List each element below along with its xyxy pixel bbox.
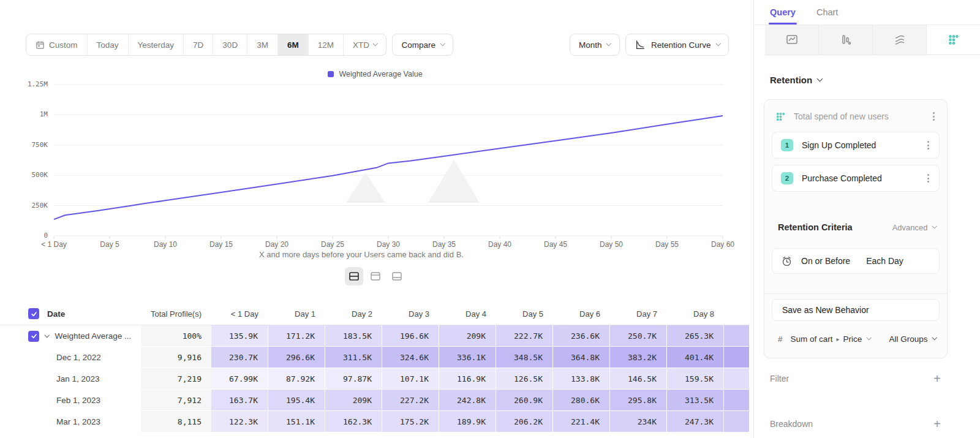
retention-value-cell: 163.7K	[211, 390, 268, 411]
chart-plot-area	[0, 65, 750, 249]
row-label-cell[interactable]: Dec 1, 2022	[0, 347, 141, 368]
x-axis-label: Day 25	[321, 240, 344, 249]
report-toolbar: CustomTodayYesterday7D30D3M6M12MXTD Comp…	[26, 34, 729, 56]
panel-tabs: Query Chart	[754, 0, 980, 25]
criteria-timing-row[interactable]: On or Before Each Day	[772, 248, 940, 274]
row-label-cell[interactable]: Feb 1, 2023	[0, 390, 141, 411]
x-axis-caption: X and more days before your Users came b…	[0, 250, 723, 259]
range-3m[interactable]: 3M	[247, 34, 278, 55]
column-header-overflow	[724, 303, 750, 325]
retention-value-cell: 162.3K	[325, 411, 382, 432]
step-number-badge: 2	[781, 172, 793, 184]
table-bottom-view-toggle[interactable]	[388, 267, 406, 285]
alarm-clock-icon	[781, 255, 793, 267]
behavior-step[interactable]: 2Purchase Completed	[772, 165, 940, 192]
add-filter-button[interactable]: +	[933, 372, 941, 385]
retention-value-cell: 206.2K	[496, 411, 553, 432]
insights-icon	[786, 34, 798, 46]
add-breakdown-button[interactable]: +	[933, 418, 941, 430]
retention-value-cell: 183.5K	[325, 325, 382, 347]
column-header: Day 8	[667, 303, 724, 325]
measure-property[interactable]: Price	[843, 334, 862, 344]
compare-label: Compare	[401, 40, 435, 50]
chart-type-value: Retention Curve	[651, 40, 711, 50]
chevron-down-icon	[932, 335, 937, 340]
retention-criteria-row: Retention Criteria Advanced	[778, 221, 936, 233]
chart-type-select[interactable]: Retention Curve	[625, 34, 729, 56]
row-checkbox[interactable]	[28, 331, 39, 342]
tab-flows[interactable]	[873, 25, 927, 55]
row-label-cell[interactable]: Weighted Average ...	[0, 325, 141, 347]
behavior-steps: 1Sign Up Completed2Purchase Completed	[764, 132, 947, 192]
column-header: Day 2	[325, 303, 382, 325]
query-builder-panel: Query Chart	[753, 0, 980, 438]
column-header: Day 7	[610, 303, 667, 325]
compare-button[interactable]: Compare	[392, 34, 453, 56]
x-axis-label: Day 60	[711, 240, 734, 249]
retention-curve-icon	[635, 39, 646, 50]
kebab-menu-icon[interactable]	[925, 138, 932, 152]
retention-value-cell: 242.8K	[439, 390, 496, 411]
chevron-down-icon	[606, 41, 611, 46]
range-yesterday[interactable]: Yesterday	[129, 34, 184, 55]
card-divider	[764, 293, 947, 294]
retention-value-cell: 227.2K	[382, 390, 439, 411]
table-row: Feb 1, 20237,912163.7K195.4K209K227.2K24…	[0, 390, 750, 411]
retention-value-cell: 296.6K	[268, 347, 325, 368]
range-30d[interactable]: 30D	[213, 34, 247, 55]
measure-event[interactable]: Sum of cart	[791, 334, 833, 344]
retention-value-cell: 87.92K	[268, 368, 325, 390]
tab-funnels[interactable]	[819, 25, 873, 55]
tab-chart[interactable]: Chart	[816, 0, 838, 25]
retention-value-cell: 313.5K	[667, 390, 724, 411]
tab-query[interactable]: Query	[770, 0, 796, 25]
range-12m[interactable]: 12M	[309, 34, 344, 55]
retention-value-cell: 336.1K	[439, 347, 496, 368]
total-profiles-cell: 7,219	[141, 368, 211, 390]
toolbar-spacer	[459, 34, 564, 56]
group-select[interactable]: All Groups	[889, 334, 936, 344]
table-top-view-toggle[interactable]	[366, 267, 385, 285]
table-header-row: DateTotal Profile(s)< 1 DayDay 1Day 2Day…	[0, 303, 750, 325]
tab-retention[interactable]	[927, 25, 980, 55]
retention-value-cell: 189.9K	[439, 411, 496, 432]
row-label-cell[interactable]: Jan 1, 2023	[0, 368, 141, 390]
retention-value-cell: 364.8K	[553, 347, 610, 368]
retention-curve-chart: Weighted Average Value 0250K500K750K1M1.…	[0, 65, 750, 262]
range-custom[interactable]: Custom	[26, 34, 88, 55]
retention-value-cell: 67.99K	[211, 368, 268, 390]
column-header: < 1 Day	[211, 303, 268, 325]
x-axis-label: Day 40	[488, 240, 511, 249]
x-axis-label: Day 15	[209, 240, 233, 249]
criteria-mode-select[interactable]: Advanced	[892, 223, 936, 232]
kebab-menu-icon[interactable]	[925, 172, 932, 185]
kebab-menu-icon[interactable]	[930, 110, 937, 123]
table-row: Jan 1, 20237,21967.99K87.92K97.87K107.1K…	[0, 368, 750, 390]
column-header: Day 1	[268, 303, 325, 325]
save-behavior-button[interactable]: Save as New Behavior	[772, 299, 940, 321]
criteria-unit: Each Day	[866, 256, 903, 266]
report-type-select[interactable]: Retention	[770, 75, 822, 85]
retention-value-cell: 133.8K	[553, 368, 610, 390]
retention-report: CustomTodayYesterday7D30D3M6M12MXTD Comp…	[0, 0, 980, 438]
range-7d[interactable]: 7D	[184, 34, 213, 55]
retention-value-cell: 209K	[325, 390, 382, 411]
retention-value-cell: 146.5K	[610, 368, 667, 390]
row-checkbox[interactable]	[28, 308, 39, 319]
number-property-icon: #	[778, 334, 783, 344]
behavior-step[interactable]: 1Sign Up Completed	[772, 132, 940, 159]
x-axis-label: Day 20	[265, 240, 288, 249]
behavior-title[interactable]: Total spend of new users	[794, 111, 922, 121]
range-today[interactable]: Today	[88, 34, 129, 55]
range-xtd[interactable]: XTD	[344, 34, 386, 55]
granularity-select[interactable]: Month	[570, 34, 620, 56]
table-top-view-icon	[370, 271, 381, 282]
retention-value-cell: 209K	[439, 325, 496, 347]
split-view-toggle[interactable]	[345, 267, 363, 285]
tab-insights[interactable]	[765, 25, 819, 55]
range-6m[interactable]: 6M	[278, 34, 309, 55]
retention-value-cell-clipped	[724, 325, 750, 347]
retention-value-cell: 265.3K	[667, 325, 724, 347]
table-bottom-view-icon	[391, 271, 402, 282]
row-label-cell[interactable]: Mar 1, 2023	[0, 411, 141, 432]
